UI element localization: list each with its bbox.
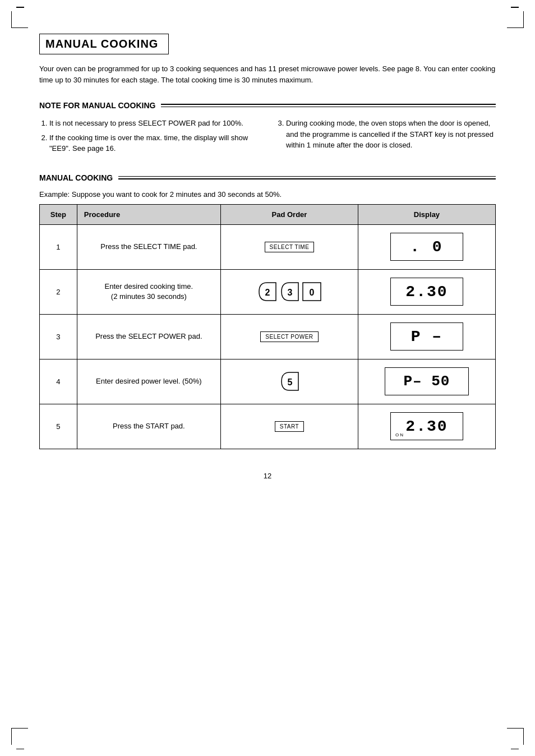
pad-3: SELECT POWER	[220, 314, 358, 359]
page: MANUAL COOKING Your oven can be programm…	[0, 0, 535, 756]
display-value-5: 2.30	[405, 418, 448, 435]
svg-text:2: 2	[265, 288, 270, 297]
corner-mark-tr	[507, 11, 524, 28]
pad-4: 5	[220, 359, 358, 404]
number-keys-230: 2 3 0	[221, 282, 358, 302]
key-0-icon: 0	[302, 282, 322, 302]
header-step: Step	[40, 204, 77, 224]
heading-rule	[161, 104, 496, 107]
note-item-2: If the cooking time is over the max. tim…	[49, 132, 259, 154]
manual-heading: MANUAL COOKING	[39, 173, 496, 182]
note-section: NOTE FOR MANUAL COOKING It is not necess…	[39, 101, 496, 158]
procedure-4: Enter desired power level. (50%)	[77, 359, 220, 404]
table-row: 4 Enter desired power level. (50%) 5	[40, 359, 496, 404]
display-box-3: P –	[390, 322, 463, 351]
notes-left-col: It is not necessary to press SELECT POWE…	[39, 118, 259, 158]
svg-text:0: 0	[310, 288, 315, 297]
display-box-1: . 0	[390, 233, 463, 261]
corner-mark-tl	[11, 11, 28, 28]
display-value-3: P –	[411, 328, 442, 345]
table-row: 2 Enter desired cooking time.(2 minutes …	[40, 269, 496, 314]
step-1: 1	[40, 224, 77, 269]
svg-text:3: 3	[288, 288, 293, 297]
table-header-row: Step Procedure Pad Order Display	[40, 204, 496, 224]
svg-text:5: 5	[288, 377, 293, 387]
display-value-4: P– 50	[403, 373, 450, 390]
procedure-2: Enter desired cooking time.(2 minutes 30…	[77, 269, 220, 314]
display-3: P –	[358, 314, 495, 359]
procedure-1: Press the SELECT TIME pad.	[77, 224, 220, 269]
notes-right-list: During cooking mode, the oven stops when…	[276, 118, 496, 151]
display-on-label: ON	[395, 432, 404, 437]
pad-1: SELECT TIME	[220, 224, 358, 269]
select-time-button[interactable]: SELECT TIME	[265, 242, 315, 252]
display-box-4: P– 50	[385, 367, 469, 395]
step-4: 4	[40, 359, 77, 404]
procedure-5: Press the START pad.	[77, 404, 220, 449]
page-number: 12	[39, 472, 496, 480]
table-row: 5 Press the START pad. START ON 2.30	[40, 404, 496, 449]
step-3: 3	[40, 314, 77, 359]
display-box-2: 2.30	[390, 278, 463, 306]
key-2-icon: 2	[257, 282, 277, 302]
header-display: Display	[358, 204, 495, 224]
page-number-text: 12	[264, 472, 271, 480]
note-item-1: It is not necessary to press SELECT POWE…	[49, 118, 259, 129]
header-procedure: Procedure	[77, 204, 220, 224]
display-value-1: . 0	[410, 238, 443, 256]
example-text: Example: Suppose you want to cook for 2 …	[39, 190, 496, 199]
start-button[interactable]: START	[275, 421, 304, 432]
table-row: 1 Press the SELECT TIME pad. SELECT TIME…	[40, 224, 496, 269]
title-box: MANUAL COOKING	[39, 34, 169, 54]
display-1: . 0	[358, 224, 495, 269]
page-title: MANUAL COOKING	[45, 38, 158, 50]
notes-right-col: During cooking mode, the oven stops when…	[276, 118, 496, 158]
display-box-5: ON 2.30	[390, 412, 463, 440]
procedure-3: Press the SELECT POWER pad.	[77, 314, 220, 359]
notes-left-list: It is not necessary to press SELECT POWE…	[39, 118, 259, 154]
manual-section: MANUAL COOKING Example: Suppose you want…	[39, 173, 496, 449]
step-5: 5	[40, 404, 77, 449]
manual-heading-text: MANUAL COOKING	[39, 173, 113, 182]
cooking-table: Step Procedure Pad Order Display 1 Press…	[39, 204, 496, 449]
corner-mark-br	[507, 728, 524, 745]
table-row: 3 Press the SELECT POWER pad. SELECT POW…	[40, 314, 496, 359]
note-heading: NOTE FOR MANUAL COOKING	[39, 101, 496, 110]
step-2: 2	[40, 269, 77, 314]
display-value-2: 2.30	[405, 283, 448, 301]
select-power-button[interactable]: SELECT POWER	[260, 331, 318, 342]
display-4: P– 50	[358, 359, 495, 404]
manual-heading-rule	[118, 176, 496, 179]
pad-2: 2 3 0	[220, 269, 358, 314]
key-5-icon: 5	[279, 371, 299, 391]
corner-mark-bl	[11, 728, 28, 745]
notes-columns: It is not necessary to press SELECT POWE…	[39, 118, 496, 158]
header-pad: Pad Order	[220, 204, 358, 224]
note-item-3: During cooking mode, the oven stops when…	[286, 118, 496, 151]
pad-5: START	[220, 404, 358, 449]
intro-text: Your oven can be programmed for up to 3 …	[39, 63, 496, 85]
display-5: ON 2.30	[358, 404, 495, 449]
key-3-icon: 3	[279, 282, 299, 302]
note-heading-text: NOTE FOR MANUAL COOKING	[39, 101, 155, 110]
display-2: 2.30	[358, 269, 495, 314]
